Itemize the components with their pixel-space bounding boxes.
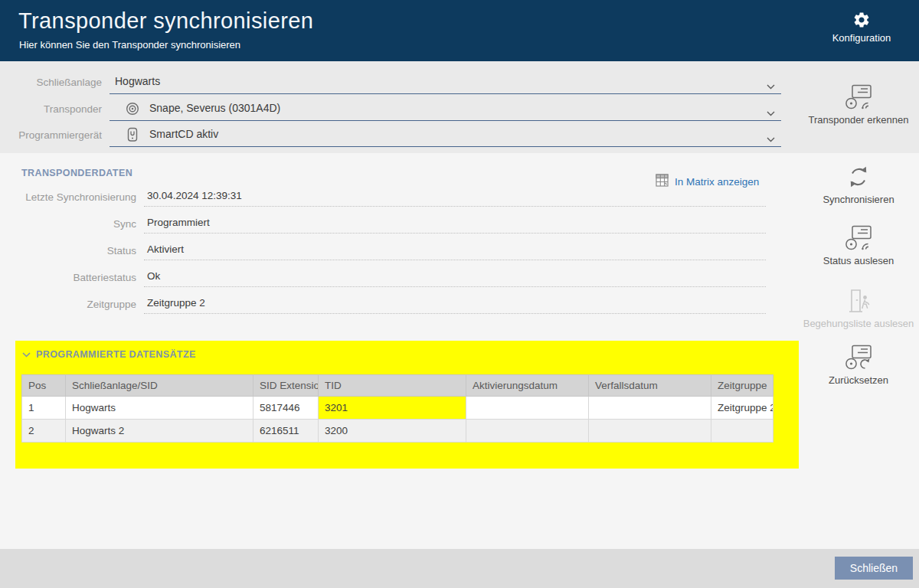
in-matrix-anzeigen-label: In Matrix anzeigen (675, 176, 759, 188)
page-title: Transponder synchronisieren (18, 8, 313, 34)
cell-verfallsdatum (589, 397, 711, 420)
synchronisieren-label: Synchronisieren (800, 194, 917, 205)
batteriestatus-label: Batteriestatus (0, 269, 136, 287)
data-row-zeitgruppe: Zeitgruppe Zeitgruppe 2 (0, 296, 766, 314)
cell-pos: 1 (22, 397, 66, 420)
sync-value: Programmiert (147, 217, 210, 228)
cell-pos: 2 (22, 420, 66, 443)
sync-label: Sync (0, 215, 136, 234)
table-row[interactable]: 2 Hogwarts 2 6216511 3200 (22, 420, 773, 443)
letzte-synchronisierung-label: Letzte Synchronisierung (0, 188, 136, 207)
cell-sid-extension: 5817446 (253, 397, 319, 420)
transponder-dropdown[interactable]: Snape, Severus (0301A4D) (110, 98, 781, 121)
transponder-detect-icon (800, 84, 917, 110)
status-read-icon (800, 225, 917, 251)
cell-tid-highlighted: 3201 (319, 397, 466, 420)
in-matrix-anzeigen-link[interactable]: In Matrix anzeigen (656, 174, 759, 189)
cell-zeitgruppe: Zeitgruppe 2 (711, 397, 773, 420)
programmiergeraet-dropdown[interactable]: SmartCD aktiv (110, 124, 781, 147)
konfiguration-button[interactable]: Konfiguration (823, 11, 900, 44)
programmierte-datensaetze-title: PROGRAMMIERTE DATENSÄTZE (36, 349, 196, 360)
data-row-letzte-synchronisierung: Letzte Synchronisierung 30.04.2024 12:39… (0, 188, 766, 207)
zeitgruppe-label: Zeitgruppe (0, 296, 136, 314)
transponder-value: Snape, Severus (0301A4D) (149, 102, 280, 114)
matrix-icon (656, 174, 669, 189)
chevron-down-icon (767, 132, 775, 145)
cell-sid-extension: 6216511 (253, 420, 319, 443)
transponder-erkennen-label: Transponder erkennen (800, 114, 917, 126)
col-zeitgruppe: Zeitgruppe (711, 375, 773, 397)
synchronisieren-button[interactable]: Synchronisieren (800, 164, 917, 205)
status-label: Status (0, 242, 136, 260)
cell-verfallsdatum (589, 420, 711, 443)
transponder-erkennen-button[interactable]: Transponder erkennen (800, 84, 917, 126)
status-auslesen-label: Status auslesen (800, 255, 917, 266)
zuruecksetzen-label: Zurücksetzen (800, 374, 917, 386)
page-subtitle: Hier können Sie den Transponder synchron… (19, 39, 240, 51)
cell-zeitgruppe (711, 420, 773, 443)
transponder-icon (125, 101, 140, 119)
smartcd-device-icon (125, 127, 140, 145)
status-value: Aktiviert (147, 243, 184, 255)
col-sid-extension: SID Extension (253, 375, 319, 397)
form-row-schliessanlage: Schließanlage Hogwarts (0, 71, 799, 94)
form-row-transponder: Transponder Snape, Severus (0301A4D) (0, 98, 799, 121)
schliessen-button[interactable]: Schließen (835, 557, 913, 580)
sync-icon (800, 164, 917, 190)
data-row-status: Status Aktiviert (0, 242, 766, 260)
door-walk-icon (800, 288, 917, 314)
cell-schliessanlage: Hogwarts (66, 397, 253, 420)
col-schliessanlage-sid: Schließanlage/SID (66, 375, 253, 397)
col-verfallsdatum: Verfallsdatum (589, 375, 711, 397)
gear-icon (823, 11, 900, 29)
chevron-down-icon (22, 349, 31, 360)
cell-tid-highlighted: 3200 (319, 420, 466, 443)
zuruecksetzen-button[interactable]: Zurücksetzen (800, 345, 917, 386)
programmed-records-table: Pos Schließanlage/SID SID Extension TID … (21, 374, 773, 443)
col-aktivierungsdatum: Aktivierungsdatum (466, 375, 589, 397)
programmiergeraet-label: Programmiergerät (0, 124, 102, 147)
col-tid: TID (319, 375, 466, 397)
dialog-footer: Schließen (0, 549, 919, 588)
data-row-sync: Sync Programmiert (0, 215, 766, 234)
konfiguration-label: Konfiguration (823, 32, 900, 44)
begehungsliste-auslesen-label: Begehungsliste auslesen (800, 318, 917, 329)
form-row-programmiergeraet: Programmiergerät SmartCD aktiv (0, 124, 799, 147)
dialog-header: Transponder synchronisieren Hier können … (0, 0, 919, 61)
letzte-synchronisierung-value: 30.04.2024 12:39:31 (147, 190, 242, 201)
cell-aktivierungsdatum (466, 420, 589, 443)
programmiergeraet-value: SmartCD aktiv (149, 128, 218, 140)
table-header-row: Pos Schließanlage/SID SID Extension TID … (22, 375, 773, 397)
cell-aktivierungsdatum (466, 397, 589, 420)
transponder-label: Transponder (0, 98, 102, 121)
cell-schliessanlage: Hogwarts 2 (66, 420, 253, 443)
programmierte-datensaetze-panel: PROGRAMMIERTE DATENSÄTZE Pos Schließanla… (15, 341, 799, 469)
reset-card-icon (800, 345, 917, 371)
schliessanlage-label: Schließanlage (0, 71, 102, 94)
status-auslesen-button[interactable]: Status auslesen (800, 225, 917, 266)
chevron-down-icon (767, 106, 775, 119)
programmierte-datensaetze-collapse-toggle[interactable]: PROGRAMMIERTE DATENSÄTZE (22, 349, 196, 360)
schliessanlage-dropdown[interactable]: Hogwarts (110, 71, 781, 94)
transponderdaten-section-title: TRANSPONDERDATEN (21, 168, 132, 178)
col-pos: Pos (22, 375, 66, 397)
zeitgruppe-value: Zeitgruppe 2 (147, 297, 205, 309)
chevron-down-icon (767, 79, 775, 93)
begehungsliste-auslesen-button: Begehungsliste auslesen (800, 288, 917, 329)
table-row[interactable]: 1 Hogwarts 5817446 3201 Zeitgruppe 2 (22, 397, 773, 420)
batteriestatus-value: Ok (147, 270, 160, 282)
data-row-batteriestatus: Batteriestatus Ok (0, 269, 766, 287)
schliessanlage-value: Hogwarts (115, 75, 160, 87)
